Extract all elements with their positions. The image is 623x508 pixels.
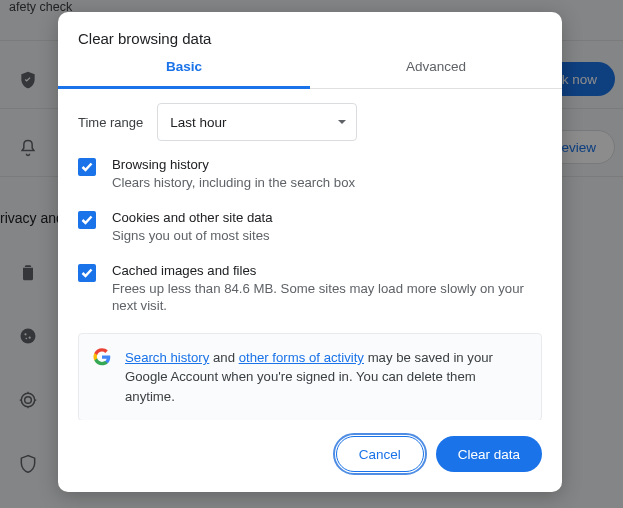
option-title: Cached images and files (112, 263, 542, 278)
link-search-history[interactable]: Search history (125, 350, 209, 365)
option-title: Browsing history (112, 157, 355, 172)
dialog-title: Clear browsing data (58, 12, 562, 59)
option-subtitle: Signs you out of most sites (112, 227, 273, 245)
clear-browsing-data-dialog: Clear browsing data Basic Advanced Time … (58, 12, 562, 492)
option-subtitle: Frees up less than 84.6 MB. Some sites m… (112, 280, 542, 316)
tab-advanced[interactable]: Advanced (310, 59, 562, 88)
time-range-value: Last hour (170, 115, 226, 130)
dialog-actions: Cancel Clear data (58, 420, 562, 492)
option-title: Cookies and other site data (112, 210, 273, 225)
option-subtitle: Clears history, including in the search … (112, 174, 355, 192)
tab-basic[interactable]: Basic (58, 59, 310, 89)
cancel-button[interactable]: Cancel (336, 436, 424, 472)
chevron-down-icon (338, 120, 346, 124)
clear-data-button[interactable]: Clear data (436, 436, 542, 472)
time-range-row: Time range Last hour (78, 103, 542, 141)
check-icon (81, 162, 93, 172)
check-icon (81, 215, 93, 225)
check-icon (81, 268, 93, 278)
info-text: and (209, 350, 238, 365)
time-range-select[interactable]: Last hour (157, 103, 357, 141)
checkbox-browsing-history[interactable] (78, 158, 96, 176)
dialog-body: Time range Last hour Browsing history Cl… (58, 89, 562, 420)
time-range-label: Time range (78, 115, 143, 130)
google-logo-icon (93, 348, 111, 366)
info-message: Search history and other forms of activi… (125, 348, 527, 405)
link-other-activity[interactable]: other forms of activity (239, 350, 364, 365)
checkbox-cookies[interactable] (78, 211, 96, 229)
google-account-info: Search history and other forms of activi… (78, 333, 542, 420)
option-browsing-history: Browsing history Clears history, includi… (78, 157, 542, 192)
option-cookies: Cookies and other site data Signs you ou… (78, 210, 542, 245)
dialog-tabs: Basic Advanced (58, 59, 562, 89)
option-cache: Cached images and files Frees up less th… (78, 263, 542, 316)
checkbox-cache[interactable] (78, 264, 96, 282)
